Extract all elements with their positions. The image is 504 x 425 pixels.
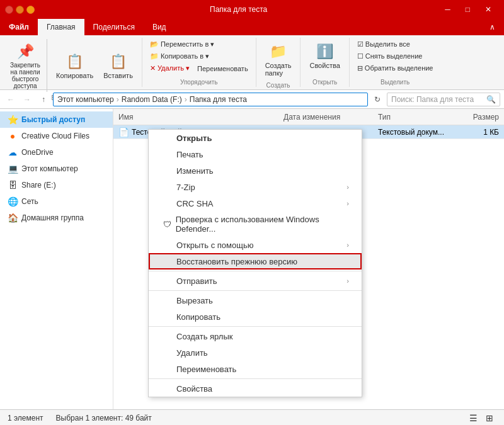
ctx-defender[interactable]: 🛡 Проверка с использованием Windows Defe… [149, 212, 362, 237]
ctx-sep3 [149, 326, 362, 327]
ctx-send-to-arrow: › [346, 277, 349, 285]
ctx-sep2 [149, 290, 362, 291]
ctx-delete[interactable]: Удалить [149, 344, 362, 361]
defender-icon: 🛡 [161, 220, 173, 229]
ctx-edit[interactable]: Изменить [149, 162, 362, 179]
ctx-open-with-arrow: › [346, 241, 349, 249]
ctx-rename[interactable]: Переименовать [149, 361, 362, 377]
ctx-crc-arrow: › [346, 200, 349, 207]
ctx-sep1 [149, 271, 362, 271]
ctx-create-shortcut[interactable]: Создать ярлык [149, 328, 362, 344]
ctx-properties[interactable]: Свойства [149, 380, 362, 397]
ctx-sep4 [149, 378, 362, 379]
ctx-7zip[interactable]: 7-Zip › [149, 179, 362, 195]
ctx-open-with[interactable]: Открыть с помощью › [149, 237, 362, 253]
ctx-print[interactable]: Печать [149, 146, 362, 162]
ctx-copy[interactable]: Копировать [149, 309, 362, 325]
ctx-cut[interactable]: Вырезать [149, 292, 362, 309]
context-menu: Открыть Печать Изменить 7-Zip › CRC SHA … [148, 129, 362, 397]
ctx-7zip-arrow: › [346, 183, 349, 191]
ctx-restore[interactable]: Восстановить прежнюю версию [149, 253, 362, 269]
context-menu-overlay[interactable]: Открыть Печать Изменить 7-Zip › CRC SHA … [0, 0, 504, 425]
ctx-open[interactable]: Открыть [149, 130, 362, 146]
ctx-crc[interactable]: CRC SHA › [149, 195, 362, 212]
ctx-send-to[interactable]: Отправить › [149, 273, 362, 289]
